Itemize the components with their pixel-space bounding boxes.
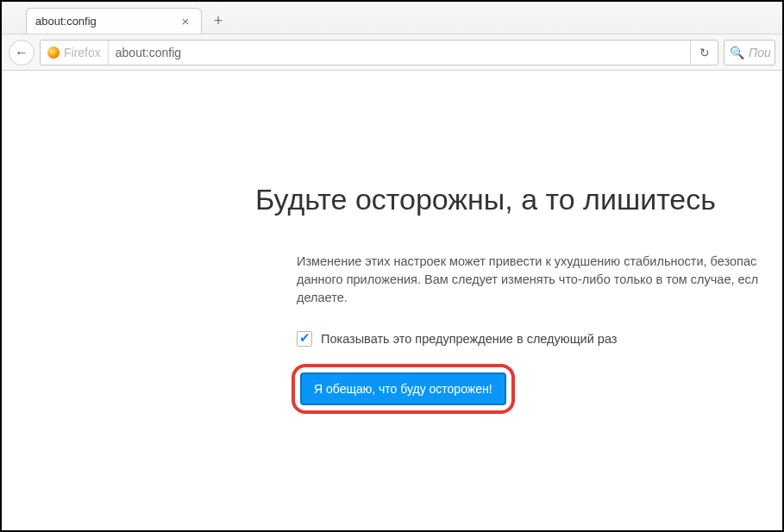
firefox-icon xyxy=(47,47,60,59)
arrow-left-icon: ← xyxy=(15,45,28,60)
show-warning-checkbox-row[interactable]: Показывать это предупреждение в следующи… xyxy=(297,331,782,347)
search-placeholder: Пои xyxy=(749,46,771,59)
url-text[interactable]: about:config xyxy=(109,46,690,59)
identity-block: Firefox xyxy=(41,41,109,65)
warning-page: Будьте осторожны, а то лишитесь Изменени… xyxy=(2,71,782,414)
warning-title: Будьте осторожны, а то лишитесь xyxy=(255,183,716,216)
toolbar: ← Firefox about:config ↻ 🔍 Пои xyxy=(2,34,782,71)
identity-label: Firefox xyxy=(64,46,101,59)
tab-strip: about:config × + xyxy=(2,2,782,34)
warning-line-1: Изменение этих настроек может привести к… xyxy=(297,253,782,271)
tab-title: about:config xyxy=(35,15,179,28)
browser-tab[interactable]: about:config × xyxy=(26,8,202,34)
warning-body: Изменение этих настроек может привести к… xyxy=(297,253,782,307)
warning-header: Будьте осторожны, а то лишитесь xyxy=(226,183,782,216)
search-box[interactable]: 🔍 Пои xyxy=(724,40,775,66)
address-bar[interactable]: Firefox about:config ↻ xyxy=(40,40,718,66)
back-button[interactable]: ← xyxy=(9,40,34,66)
tab-close-icon[interactable]: × xyxy=(179,14,192,28)
show-warning-checkbox[interactable] xyxy=(297,331,312,347)
accept-risk-button[interactable]: Я обещаю, что буду осторожен! xyxy=(300,372,506,405)
reload-button[interactable]: ↻ xyxy=(690,41,718,65)
warning-line-3: делаете. xyxy=(297,289,782,307)
new-tab-button[interactable]: + xyxy=(207,10,229,31)
warning-line-2: данного приложения. Вам следует изменять… xyxy=(297,271,782,289)
highlight-annotation: Я обещаю, что буду осторожен! xyxy=(292,364,515,414)
show-warning-label: Показывать это предупреждение в следующи… xyxy=(321,332,617,346)
reload-icon: ↻ xyxy=(699,46,710,59)
search-icon: 🔍 xyxy=(730,46,744,59)
